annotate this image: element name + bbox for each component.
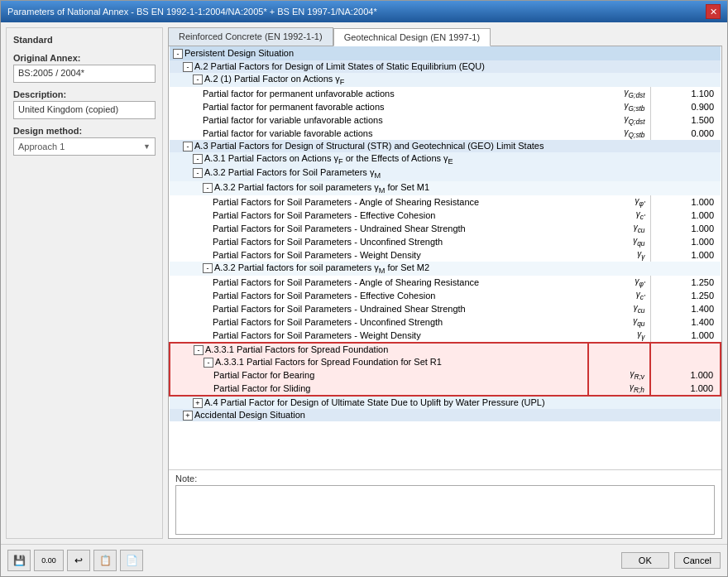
content-area: Standard Original Annex: BS:2005 / 2004*… <box>1 22 727 544</box>
row-value[interactable]: 0.900 <box>650 100 721 113</box>
table-row: Partial Factor for Bearing γR;v 1.000 <box>170 368 721 382</box>
row-value[interactable]: 1.000 <box>650 209 721 222</box>
row-symbol: γc' <box>588 209 650 222</box>
row-value <box>650 46 721 60</box>
undo-icon-button[interactable]: ↩ <box>67 550 90 571</box>
collapse-icon[interactable]: - <box>204 358 213 368</box>
row-symbol: γQ;dst <box>588 113 650 127</box>
row-symbol <box>588 140 650 152</box>
tree-table[interactable]: -Persistent Design Situation -A.2 Partia… <box>169 46 721 469</box>
row-value[interactable]: 1.000 <box>650 195 721 209</box>
note-input[interactable] <box>175 485 715 535</box>
table-row: +Accidental Design Situation <box>170 409 721 421</box>
dialog-buttons: OK Cancel <box>621 552 721 569</box>
table-row: Partial Factors for Soil Parameters - Ef… <box>170 289 721 302</box>
row-label: Partial Factors for Soil Parameters - Un… <box>170 235 588 248</box>
ok-button[interactable]: OK <box>621 552 669 569</box>
row-value <box>650 409 721 421</box>
copy-icon-button[interactable]: 📋 <box>93 550 117 571</box>
row-value <box>650 140 721 152</box>
decimal-icon-button[interactable]: 0.00 <box>34 550 64 571</box>
table-row: -A.3.2 Partial factors for soil paramete… <box>170 181 721 195</box>
table-row: -A.3.1 Partial Factors on Actions γF or … <box>170 152 721 166</box>
table-row <box>170 438 721 454</box>
row-value[interactable]: 1.400 <box>650 302 721 315</box>
table-row <box>170 421 721 438</box>
save-icon-button[interactable]: 💾 <box>7 550 31 571</box>
row-value[interactable]: 1.100 <box>650 87 721 100</box>
row-label: -A.2 (1) Partial Factor on Actions γF <box>170 73 588 87</box>
row-value[interactable]: 1.000 <box>650 382 721 396</box>
standard-label: Standard <box>13 35 156 45</box>
cancel-button[interactable]: Cancel <box>674 552 721 569</box>
row-value[interactable]: 1.000 <box>650 329 721 343</box>
table-row: Partial factor for variable favorable ac… <box>170 127 721 140</box>
row-label: Partial Factors for Soil Parameters - Ef… <box>170 209 588 222</box>
row-value[interactable]: 1.000 <box>650 222 721 235</box>
collapse-icon[interactable]: - <box>173 49 183 59</box>
bottom-bar: 💾 0.00 ↩ 📋 📄 OK Cancel <box>1 544 727 576</box>
row-label: -A.3.3.1 Partial Factors for Spread Foun… <box>170 356 588 368</box>
collapse-icon[interactable]: - <box>183 62 193 72</box>
paste-icon-button[interactable]: 📄 <box>120 550 143 571</box>
table-row: Partial factor for permanent unfavorable… <box>170 87 721 100</box>
collapse-icon[interactable]: - <box>183 142 193 151</box>
table-row: -A.3 Partial Factors for Design of Struc… <box>170 140 721 152</box>
row-symbol <box>588 409 650 421</box>
row-symbol: γcu <box>588 302 650 315</box>
collapse-icon[interactable]: - <box>193 154 203 164</box>
table-row: -A.2 (1) Partial Factor on Actions γF <box>170 73 721 87</box>
table-row: Partial Factors for Soil Parameters - Ef… <box>170 209 721 222</box>
description-section: Description: United Kingdom (copied) <box>13 89 156 119</box>
close-button[interactable]: ✕ <box>706 4 721 19</box>
expand-icon[interactable]: + <box>183 411 193 421</box>
row-label: -A.3.2 Partial factors for soil paramete… <box>170 181 588 195</box>
original-annex-section: Original Annex: BS:2005 / 2004* <box>13 53 156 83</box>
row-value <box>650 60 721 73</box>
row-symbol: γG;dst <box>588 87 650 100</box>
collapse-icon[interactable]: - <box>203 183 213 193</box>
original-annex-label: Original Annex: <box>13 53 156 63</box>
table-row: -A.3.2 Partial Factors for Soil Paramete… <box>170 166 721 180</box>
tab-reinforced-concrete[interactable]: Reinforced Concrete (EN 1992-1-1) <box>168 27 333 46</box>
row-label: Partial Factors for Soil Parameters - Un… <box>170 315 588 329</box>
row-value <box>650 396 721 409</box>
row-value <box>650 152 721 166</box>
row-label: Partial factor for permanent favorable a… <box>170 100 588 113</box>
collapse-icon[interactable]: - <box>193 168 203 178</box>
row-value[interactable]: 0.000 <box>650 127 721 140</box>
row-value[interactable]: 1.250 <box>650 276 721 289</box>
row-value[interactable]: 1.500 <box>650 113 721 127</box>
tab-geotechnical[interactable]: Geotechnical Design (EN 1997-1) <box>333 28 491 46</box>
row-symbol: γγ <box>588 329 650 343</box>
collapse-icon[interactable]: - <box>193 75 203 84</box>
row-symbol <box>588 396 650 409</box>
table-row: Partial factor for permanent favorable a… <box>170 100 721 113</box>
toolbar: 💾 0.00 ↩ 📋 📄 <box>7 550 143 571</box>
row-symbol <box>588 152 650 166</box>
table-row: Partial factor for variable unfavorable … <box>170 113 721 127</box>
row-value <box>650 73 721 87</box>
row-value[interactable]: 1.250 <box>650 289 721 302</box>
row-value[interactable]: 1.000 <box>650 368 721 382</box>
design-method-section: Design method: Approach 1 ▼ <box>13 126 156 156</box>
row-symbol: γG;stb <box>588 100 650 113</box>
row-label: Partial Factors for Soil Parameters - An… <box>170 276 588 289</box>
table-row: Partial Factors for Soil Parameters - An… <box>170 195 721 209</box>
collapse-icon[interactable]: - <box>194 345 204 355</box>
row-value[interactable]: 1.400 <box>650 315 721 329</box>
table-row: Partial Factor for Sliding γR;h 1.000 <box>170 382 721 396</box>
table-row: Partial Factors for Soil Parameters - Un… <box>170 235 721 248</box>
row-symbol <box>588 343 650 356</box>
row-value[interactable]: 1.000 <box>650 248 721 262</box>
design-method-dropdown[interactable]: Approach 1 ▼ <box>13 137 156 156</box>
row-label: -A.3.2 Partial Factors for Soil Paramete… <box>170 166 588 180</box>
row-label: Partial Factors for Soil Parameters - We… <box>170 329 588 343</box>
expand-icon[interactable]: + <box>193 398 203 408</box>
row-label: Partial factor for permanent unfavorable… <box>170 87 588 100</box>
table-row: -A.2 Partial Factors for Design of Limit… <box>170 60 721 73</box>
row-value[interactable]: 1.000 <box>650 235 721 248</box>
table-row: Partial Factors for Soil Parameters - We… <box>170 248 721 262</box>
collapse-icon[interactable]: - <box>203 263 213 273</box>
row-label: Partial Factors for Soil Parameters - Un… <box>170 302 588 315</box>
